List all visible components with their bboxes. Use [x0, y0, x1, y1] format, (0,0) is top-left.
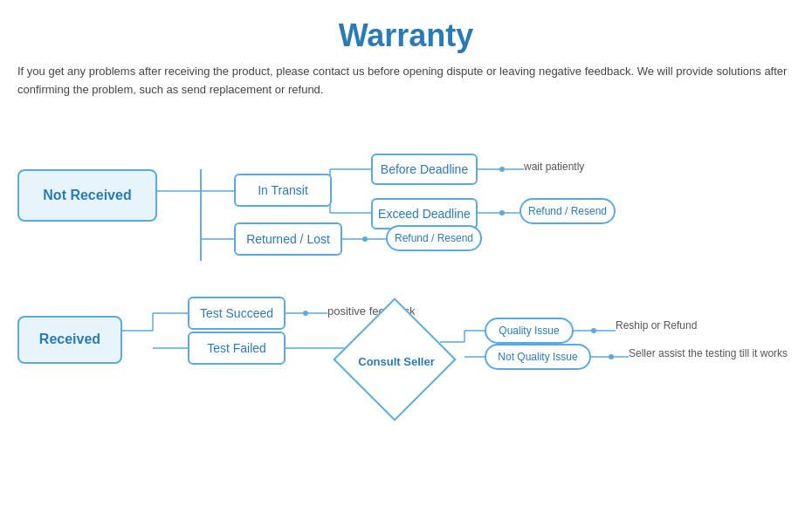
svg-point-11 — [499, 167, 505, 172]
test-succeed-box: Test Succeed — [188, 297, 286, 330]
quality-issue-box: Quality Issue — [485, 318, 574, 344]
svg-point-35 — [609, 354, 614, 359]
test-failed-box: Test Failed — [188, 332, 286, 365]
not-received-box: Not Received — [17, 169, 157, 222]
page-title: Warranty — [17, 17, 795, 54]
refund-resend-returned-box: Refund / Resend — [386, 225, 482, 251]
received-box: Received — [17, 316, 122, 364]
seller-assist-label: Seller assist the testing till it works — [629, 347, 788, 359]
in-transit-box: In Transit — [234, 174, 332, 207]
returned-lost-box: Returned / Lost — [234, 222, 342, 256]
reship-refund-label: Reship or Refund — [616, 319, 697, 332]
consult-seller-label: Consult Seller — [358, 354, 434, 367]
wait-patiently-label: wait patiently — [524, 161, 584, 173]
before-deadline-box: Before Deadline — [371, 154, 478, 185]
not-quality-issue-box: Not Quality Issue — [485, 344, 591, 370]
svg-point-24 — [303, 311, 308, 316]
svg-point-17 — [362, 236, 368, 242]
consult-seller-wrap: Consult Seller — [351, 316, 442, 407]
svg-point-32 — [591, 328, 596, 333]
svg-point-14 — [499, 210, 505, 215]
refund-resend-exceed-box: Refund / Resend — [520, 198, 616, 224]
description-text: If you get any problems after receiving … — [17, 63, 795, 99]
